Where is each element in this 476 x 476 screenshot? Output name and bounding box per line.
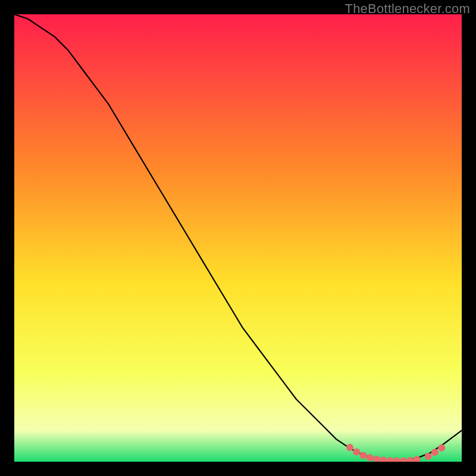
curve-marker — [431, 449, 439, 456]
chart-background — [14, 14, 462, 462]
curve-marker — [438, 444, 445, 452]
curve-marker — [346, 444, 353, 451]
curve-marker — [353, 448, 360, 455]
chart-stage: TheBottlenecker.com — [0, 0, 476, 476]
curve-marker — [360, 452, 367, 459]
curve-marker — [367, 454, 374, 461]
chart-svg — [14, 14, 462, 462]
plot-area — [14, 14, 462, 462]
curve-marker — [425, 453, 432, 460]
